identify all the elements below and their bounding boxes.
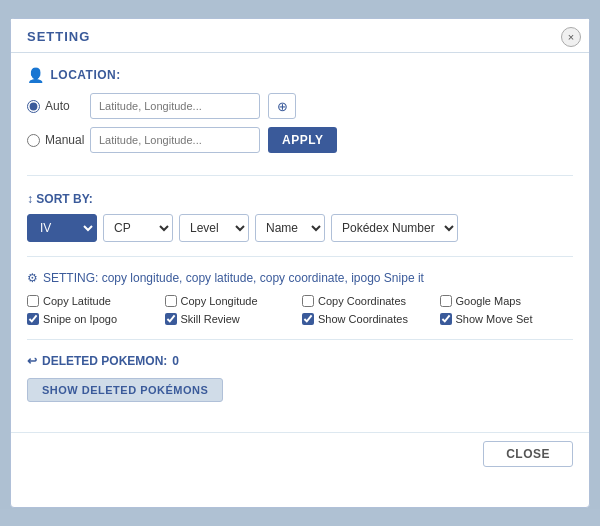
sort-title: ↕ SORT BY: — [27, 192, 573, 206]
sort-cp-select[interactable]: CP — [103, 214, 173, 242]
sort-section: ↕ SORT BY: IV CP Level Name — [27, 192, 573, 257]
copy-coordinates-checkbox[interactable] — [302, 295, 314, 307]
modal-footer: CLOSE — [11, 432, 589, 475]
gear-icon: ⚙ — [27, 271, 38, 285]
show-move-set-label: Show Move Set — [456, 313, 533, 325]
copy-latitude-checkbox[interactable] — [27, 295, 39, 307]
deleted-icon: ↩ — [27, 354, 37, 368]
auto-radio[interactable] — [27, 100, 40, 113]
gps-button[interactable]: ⊕ — [268, 93, 296, 119]
show-move-set-checkbox[interactable] — [440, 313, 452, 325]
copy-longitude-label: Copy Longitude — [181, 295, 258, 307]
location-icon: 👤 — [27, 67, 45, 83]
show-deleted-button[interactable]: SHOW DELETED POKÉMONS — [27, 378, 223, 402]
snipe-ipogo-checkbox[interactable] — [27, 313, 39, 325]
snipe-ipogo-item: Snipe on Ipogo — [27, 313, 161, 325]
google-maps-label: Google Maps — [456, 295, 521, 307]
copy-longitude-checkbox[interactable] — [165, 295, 177, 307]
show-coordinates-label: Show Coordinates — [318, 313, 408, 325]
sort-primary-select[interactable]: IV — [27, 214, 97, 242]
modal: SETTING × 👤 LOCATION: Auto ⊕ — [10, 18, 590, 508]
location-title: 👤 LOCATION: — [27, 67, 573, 83]
sort-level-select[interactable]: Level — [179, 214, 249, 242]
close-x-button[interactable]: × — [561, 27, 581, 47]
deleted-count: 0 — [172, 354, 179, 368]
show-move-set-item: Show Move Set — [440, 313, 574, 325]
auto-location-input[interactable] — [90, 93, 260, 119]
snipe-ipogo-label: Snipe on Ipogo — [43, 313, 117, 325]
manual-label: Manual — [27, 133, 82, 147]
copy-latitude-label: Copy Latitude — [43, 295, 111, 307]
modal-header: SETTING × — [11, 19, 589, 53]
copy-latitude-item: Copy Latitude — [27, 295, 161, 307]
skill-review-checkbox[interactable] — [165, 313, 177, 325]
sort-controls: IV CP Level Name Pokédex Number — [27, 214, 573, 242]
deleted-label: DELETED POKEMON: — [42, 354, 167, 368]
deleted-section: ↩ DELETED POKEMON: 0 SHOW DELETED POKÉMO… — [27, 354, 573, 402]
copy-longitude-item: Copy Longitude — [165, 295, 299, 307]
checkbox-grid: Copy Latitude Copy Longitude Copy Coordi… — [27, 295, 573, 325]
copy-coordinates-item: Copy Coordinates — [302, 295, 436, 307]
modal-overlay: SETTING × 👤 LOCATION: Auto ⊕ — [0, 0, 600, 526]
show-coordinates-item: Show Coordinates — [302, 313, 436, 325]
modal-title: SETTING — [27, 29, 90, 44]
modal-body: 👤 LOCATION: Auto ⊕ Manual — [11, 53, 589, 428]
show-coordinates-checkbox[interactable] — [302, 313, 314, 325]
location-section: 👤 LOCATION: Auto ⊕ Manual — [27, 67, 573, 176]
close-button[interactable]: CLOSE — [483, 441, 573, 467]
setting-copy-section: ⚙ SETTING: copy longitude, copy latitude… — [27, 271, 573, 340]
sort-name-select[interactable]: Name — [255, 214, 325, 242]
deleted-title: ↩ DELETED POKEMON: 0 — [27, 354, 573, 368]
sort-pokedex-select[interactable]: Pokédex Number — [331, 214, 458, 242]
setting-copy-title: ⚙ SETTING: copy longitude, copy latitude… — [27, 271, 573, 285]
manual-location-input[interactable] — [90, 127, 260, 153]
auto-location-row: Auto ⊕ — [27, 93, 573, 119]
manual-location-row: Manual APPLY — [27, 127, 573, 153]
skill-review-item: Skill Review — [165, 313, 299, 325]
google-maps-checkbox[interactable] — [440, 295, 452, 307]
apply-button[interactable]: APPLY — [268, 127, 337, 153]
skill-review-label: Skill Review — [181, 313, 240, 325]
auto-label: Auto — [27, 99, 82, 113]
google-maps-item: Google Maps — [440, 295, 574, 307]
manual-radio[interactable] — [27, 134, 40, 147]
copy-coordinates-label: Copy Coordinates — [318, 295, 406, 307]
